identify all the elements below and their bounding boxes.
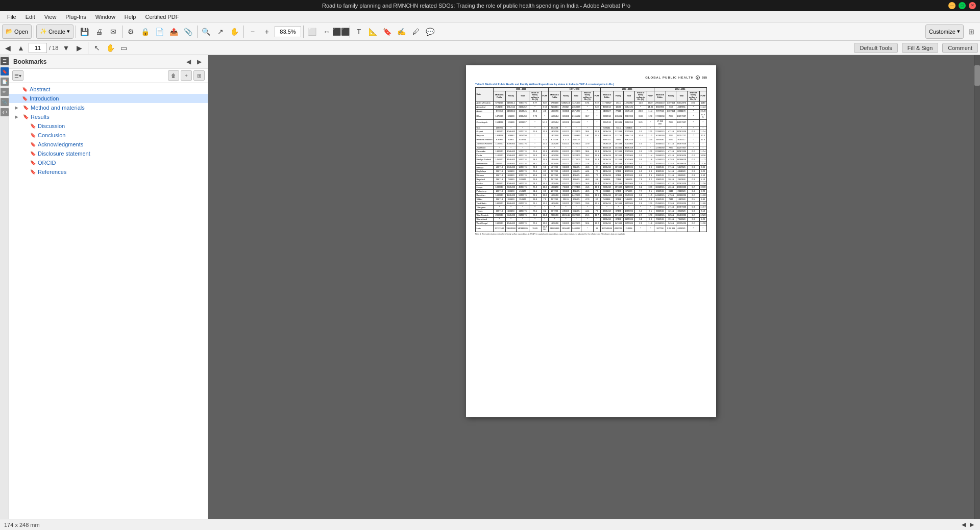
- nav-hand-button[interactable]: ✋: [105, 42, 116, 54]
- cell-state: Madhya Pradesh: [476, 158, 494, 162]
- bm-expand-all[interactable]: ⊞: [193, 70, 205, 81]
- cell-value: 47511: [666, 194, 676, 198]
- panel-collapse-right[interactable]: ▶: [194, 57, 204, 66]
- bookmark-conclusion[interactable]: 🔖 Conclusion: [17, 131, 208, 140]
- measure-button[interactable]: 📐: [366, 25, 380, 38]
- save-button[interactable]: 💾: [78, 25, 91, 38]
- expand-button[interactable]: ⊞: [965, 25, 978, 38]
- menu-help[interactable]: Help: [120, 13, 140, 21]
- sidebar-icon-5[interactable]: 📎: [1, 98, 9, 106]
- cell-value: 6253376: [517, 201, 529, 206]
- hand-button[interactable]: ✋: [228, 25, 241, 38]
- nav-forward-button[interactable]: ▶: [74, 42, 85, 54]
- cell-value: *: [594, 138, 601, 142]
- close-button[interactable]: ✕: [969, 2, 976, 9]
- fill-sign-button[interactable]: Fill & Sign: [902, 43, 939, 53]
- maximize-button[interactable]: □: [959, 2, 966, 9]
- highlight-button[interactable]: 🖊: [409, 25, 423, 38]
- menu-file[interactable]: File: [3, 13, 20, 21]
- cell-value: 8.20: [699, 170, 706, 174]
- cell-value: 22387626: [676, 150, 687, 154]
- table-row: Madhya Pradesh14569134146463560337674.01…: [476, 158, 707, 162]
- fit-page-button[interactable]: ⬜: [306, 25, 319, 38]
- bookmark-introduction[interactable]: 🔖 Introduction: [9, 94, 208, 103]
- text-tool-button[interactable]: T: [352, 25, 365, 38]
- comment-tool-button[interactable]: Comment: [942, 43, 978, 53]
- cell-value: 11 3: [594, 158, 601, 162]
- bookmark-discussion[interactable]: 🔖 Discussion: [17, 121, 208, 131]
- cell-value: 0.3: [687, 178, 699, 182]
- print-button[interactable]: 🖨: [92, 25, 106, 38]
- cell-state: Arunachal: [476, 105, 494, 109]
- open-button[interactable]: 📂 Open: [2, 24, 32, 39]
- cell-value: 26395026: [676, 221, 687, 225]
- export-button[interactable]: 📤: [167, 25, 181, 38]
- cell-value: *: [529, 105, 541, 109]
- preferences-button[interactable]: ⚙: [125, 25, 138, 38]
- organize-button[interactable]: 📄: [153, 25, 166, 38]
- cell-value: 5353176: [517, 150, 529, 154]
- comment-button[interactable]: 💬: [424, 25, 437, 38]
- sign-button[interactable]: ✍: [395, 25, 408, 38]
- sidebar-icon-2[interactable]: 🔖: [1, 67, 9, 75]
- bm-expand-abstract: [13, 86, 19, 92]
- menu-plugins[interactable]: Plug-Ins: [61, 13, 90, 21]
- menu-certified-pdf[interactable]: Certified PDF: [141, 13, 183, 21]
- cell-value: 47111: [666, 142, 676, 146]
- bookmark-orcid[interactable]: 🔖 ORCID: [17, 158, 208, 167]
- cell-value: 237488: [614, 194, 624, 198]
- zoom-in-button[interactable]: +: [260, 25, 274, 38]
- sidebar-icon-3[interactable]: 📑: [1, 78, 9, 86]
- cell-value: 38.4: [581, 130, 594, 134]
- zoom-out-button[interactable]: −: [246, 25, 259, 38]
- nav-cursor-button[interactable]: ↖: [91, 42, 103, 54]
- scroll-arrow-left[interactable]: ◀: [960, 521, 968, 528]
- bookmark-references[interactable]: 🔖 References: [17, 167, 208, 176]
- bm-options-button[interactable]: ☰▾: [12, 70, 23, 81]
- cell-value: 2122405: [571, 130, 581, 134]
- scroll-arrow-right[interactable]: ▶: [968, 521, 976, 528]
- panel-collapse-left[interactable]: ◀: [184, 57, 193, 66]
- bookmark-abstract[interactable]: 🔖 Abstract: [9, 85, 208, 94]
- stamp-button[interactable]: 🔖: [381, 25, 394, 38]
- customize-button[interactable]: Customize ▾: [925, 24, 964, 39]
- cell-value: 72.5: [529, 194, 541, 198]
- bookmark-disclosure[interactable]: 🔖 Disclosure statement: [17, 149, 208, 158]
- table-row: Maharashtra24069135146463755337668.111.5…: [476, 162, 707, 166]
- combine-button[interactable]: 📎: [182, 25, 195, 38]
- bookmark-method[interactable]: ▶ 🔖 Method and materials: [9, 103, 208, 112]
- select-button[interactable]: ↗: [214, 25, 227, 38]
- nav-back-button[interactable]: ◀: [2, 42, 13, 54]
- nav-select-button[interactable]: ▭: [118, 42, 129, 54]
- menu-view[interactable]: View: [40, 13, 61, 21]
- default-tools-button[interactable]: Default Tools: [854, 43, 897, 53]
- right-scrollbar[interactable]: [974, 55, 980, 519]
- nav-next-button[interactable]: ▼: [60, 42, 71, 54]
- cell-value: 7.5: [541, 178, 549, 182]
- cell-value: 206713: [494, 190, 506, 194]
- redact-button[interactable]: 🔒: [139, 25, 152, 38]
- sidebar-icon-4[interactable]: ✏: [1, 88, 9, 96]
- minimize-button[interactable]: —: [948, 2, 955, 9]
- menu-window[interactable]: Window: [91, 13, 119, 21]
- cell-value: 1904440: [560, 225, 571, 232]
- nav-prev-button[interactable]: ▲: [15, 42, 27, 54]
- cell-value: 57511: [666, 162, 676, 166]
- fit-width-button[interactable]: ↔: [320, 25, 333, 38]
- sidebar-icon-1[interactable]: ☰: [1, 57, 9, 65]
- find-button[interactable]: 🔍: [200, 25, 213, 38]
- bookmark-acknowledgments[interactable]: 🔖 Acknowledgments: [17, 140, 208, 149]
- email-button[interactable]: ✉: [107, 25, 120, 38]
- page-number-input[interactable]: [29, 43, 47, 53]
- menu-edit[interactable]: Edit: [21, 13, 39, 21]
- create-button[interactable]: ✨ Create ▾: [36, 24, 74, 39]
- bm-add-button[interactable]: +: [181, 70, 192, 81]
- cell-value: 70.5: [529, 221, 541, 225]
- bm-delete-button[interactable]: 🗑: [168, 70, 179, 81]
- zoom-input[interactable]: [275, 26, 301, 37]
- pdf-viewer[interactable]: GLOBAL PUBLIC HEALTH ⊕ 555 Table 3. Medi…: [208, 55, 974, 519]
- sidebar-icon-6[interactable]: 🏷: [1, 108, 9, 116]
- two-page-button[interactable]: ⬛⬛: [334, 25, 348, 38]
- bookmark-results[interactable]: ▶ 🔖 Results: [9, 112, 208, 121]
- scrollbar-thumb[interactable]: [974, 65, 980, 86]
